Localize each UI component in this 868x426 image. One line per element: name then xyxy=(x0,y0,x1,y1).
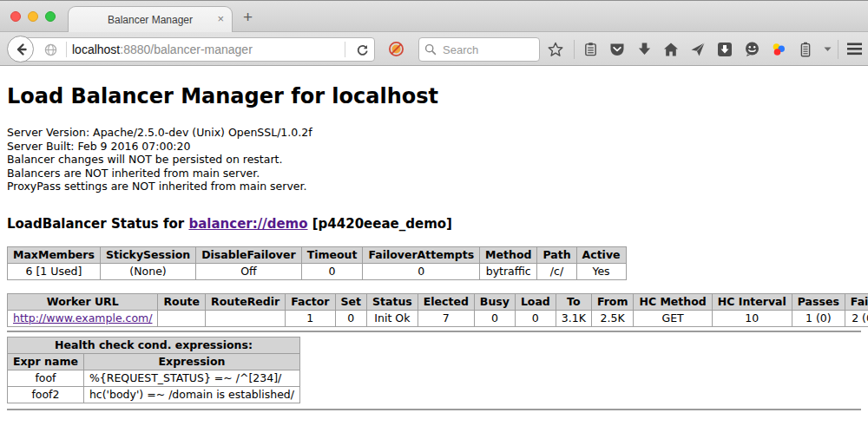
val-disablefailover: Off xyxy=(196,263,301,279)
col-status: Status xyxy=(367,293,418,310)
col-maxmembers: MaxMembers xyxy=(8,246,101,263)
health-data-row: foof2 hc('body') =~ /domain is establish… xyxy=(8,386,300,403)
val-hc-method: GET xyxy=(634,310,712,326)
val-failoverattempts: 0 xyxy=(363,263,480,279)
reading-list-icon[interactable] xyxy=(582,40,599,59)
page-content: Load Balancer Manager for localhost Serv… xyxy=(0,66,868,426)
worker-table: Worker URL Route RouteRedir Factor Set S… xyxy=(7,293,868,327)
zoom-window-button[interactable] xyxy=(45,11,56,22)
url-path: :8880/balancer-manager xyxy=(120,43,253,56)
val-expression-2: hc('body') =~ /domain is established/ xyxy=(83,386,299,403)
col-route: Route xyxy=(158,293,206,310)
col-disablefailover: DisableFailover xyxy=(196,246,301,263)
val-expression-1: %{REQUEST_STATUS} =~ /^[234]/ xyxy=(83,370,299,386)
send-icon[interactable] xyxy=(689,40,707,59)
col-path: Path xyxy=(537,246,576,263)
col-passes: Passes xyxy=(792,293,845,310)
tab-title: Balancer Manager xyxy=(108,14,193,26)
colored-dots-icon[interactable] xyxy=(770,40,787,59)
val-busy: 0 xyxy=(474,310,515,326)
download-icon[interactable] xyxy=(635,40,653,59)
home-icon[interactable] xyxy=(662,40,680,59)
balancer-demo-link[interactable]: balancer://demo xyxy=(188,216,307,232)
health-data-row: foof %{REQUEST_STATUS} =~ /^[234]/ xyxy=(8,370,300,386)
val-elected: 7 xyxy=(418,310,474,326)
url-text[interactable]: localhost:8880/balancer-manager xyxy=(72,43,339,56)
search-icon xyxy=(424,43,437,56)
server-version-line: Server Version: Apache/2.5.0-dev (Unix) … xyxy=(7,126,861,140)
search-input[interactable] xyxy=(441,43,534,57)
col-hc-interval: HC Interval xyxy=(712,293,792,310)
balancer-settings-table: MaxMembers StickySession DisableFailover… xyxy=(7,246,627,280)
col-worker-url: Worker URL xyxy=(8,293,158,310)
val-factor: 1 xyxy=(286,310,335,326)
battery-icon[interactable] xyxy=(797,40,814,59)
worker-url-link[interactable]: http://www.example.com/ xyxy=(13,311,152,324)
health-header-row: Expr name Expression xyxy=(8,353,300,370)
col-expression: Expression xyxy=(83,353,299,370)
val-path: /c/ xyxy=(537,263,576,279)
tab-bar: Balancer Manager × + xyxy=(0,1,868,32)
url-bar[interactable]: localhost:8880/balancer-manager xyxy=(19,37,375,62)
worker-data-row: http://www.example.com/ 1 0 Init Ok 7 0 … xyxy=(8,310,868,326)
col-timeout: Timeout xyxy=(301,246,363,263)
back-button[interactable] xyxy=(7,36,34,62)
new-tab-button[interactable]: + xyxy=(243,8,253,27)
bookmark-star-icon[interactable] xyxy=(547,40,564,59)
divider-rule xyxy=(7,331,861,332)
col-elected: Elected xyxy=(418,293,474,310)
square-download-icon[interactable] xyxy=(716,40,733,59)
col-routeredir: RouteRedir xyxy=(206,293,286,310)
val-method: bytraffic xyxy=(480,263,537,279)
tab-close-icon[interactable]: × xyxy=(217,12,224,26)
toolbar-separator xyxy=(574,40,575,59)
status-heading-suffix: [p4420eeae_demo] xyxy=(308,216,452,232)
globe-icon[interactable] xyxy=(44,43,57,56)
val-maxmembers: 6 [1 Used] xyxy=(8,263,101,279)
navigation-toolbar: localhost:8880/balancer-manager xyxy=(0,32,868,66)
toolbar-buttons xyxy=(547,32,868,66)
status-heading-prefix: LoadBalancer Status for xyxy=(7,216,188,232)
health-table-caption: Health check cond. expressions: xyxy=(8,337,300,353)
balancer-header-row: MaxMembers StickySession DisableFailover… xyxy=(8,246,627,263)
val-hc-interval: 10 xyxy=(712,310,792,326)
reload-button[interactable] xyxy=(356,43,369,56)
tab-balancer-manager[interactable]: Balancer Manager × xyxy=(68,6,233,32)
balancer-data-row: 6 [1 Used] (None) Off 0 0 bytraffic /c/ … xyxy=(8,263,627,279)
search-bar[interactable] xyxy=(418,37,540,62)
back-arrow-icon xyxy=(14,43,28,56)
block-status-icon[interactable] xyxy=(388,41,404,57)
close-window-button[interactable] xyxy=(10,11,21,22)
urlbar-divider-right xyxy=(345,42,345,57)
val-timeout: 0 xyxy=(301,263,363,279)
val-active: Yes xyxy=(576,263,626,279)
col-failoverattempts: FailoverAttempts xyxy=(363,246,480,263)
val-status: Init Ok xyxy=(367,310,418,326)
health-check-table: Health check cond. expressions: Expr nam… xyxy=(7,337,300,403)
server-built-line: Server Built: Feb 9 2016 07:00:20 xyxy=(7,140,861,154)
url-domain: localhost xyxy=(72,43,120,56)
val-to: 3.1K xyxy=(556,310,591,326)
smiley-icon[interactable] xyxy=(743,40,760,59)
col-fails: Fails xyxy=(845,293,868,310)
col-load: Load xyxy=(515,293,556,310)
col-stickysession: StickySession xyxy=(100,246,195,263)
col-active: Active xyxy=(576,246,626,263)
menu-icon[interactable] xyxy=(845,40,863,59)
pocket-icon[interactable] xyxy=(608,40,626,59)
col-hc-method: HC Method xyxy=(634,293,712,310)
urlbar-divider xyxy=(66,42,67,57)
col-factor: Factor xyxy=(286,293,335,310)
val-fails: 2 (0) xyxy=(845,310,868,326)
persist-note-line: Balancer changes will NOT be persisted o… xyxy=(7,153,861,167)
minimize-window-button[interactable] xyxy=(28,11,38,22)
val-passes: 1 (0) xyxy=(792,310,845,326)
traffic-lights xyxy=(10,11,56,22)
val-set: 0 xyxy=(335,310,366,326)
val-expr-name-1: foof xyxy=(8,370,84,386)
caret-down-icon[interactable] xyxy=(824,47,832,52)
val-routeredir xyxy=(206,310,286,326)
col-method: Method xyxy=(480,246,537,263)
proxypass-note-line: ProxyPass settings are NOT inherited fro… xyxy=(7,180,861,193)
val-route xyxy=(158,310,206,326)
